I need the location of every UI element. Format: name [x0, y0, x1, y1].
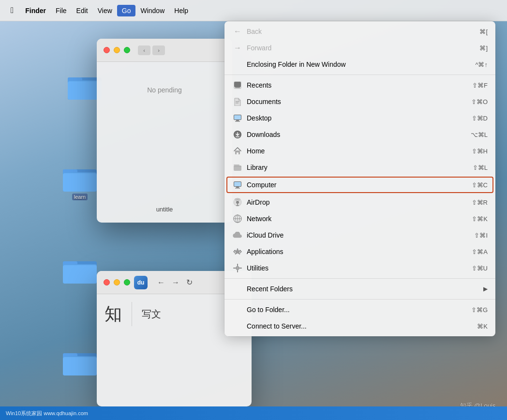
desktop-shortcut: ⇧⌘D — [472, 115, 488, 122]
folder-icon-4 — [63, 348, 97, 375]
menu-item-desktop[interactable]: Desktop ⇧⌘D — [224, 110, 495, 126]
recents-label: Recents — [247, 81, 472, 89]
browser-forward[interactable]: → — [170, 277, 181, 288]
network-shortcut: ⇧⌘K — [472, 215, 488, 223]
menu-item-network[interactable]: Network ⇧⌘K — [224, 210, 495, 227]
documents-icon — [232, 96, 243, 107]
computer-shortcut: ⇧⌘C — [472, 181, 488, 189]
menu-item-computer[interactable]: Computer ⇧⌘C — [226, 177, 493, 193]
window-content-1: No pending — [97, 62, 232, 104]
folder-icon-2 — [63, 165, 97, 192]
maximize-button-1[interactable] — [124, 47, 130, 53]
connect-server-label: Connect to Server... — [247, 322, 477, 330]
menu-item-icloud[interactable]: iCloud Drive ⇧⌘I — [224, 227, 495, 243]
desktop-icon-4[interactable] — [63, 348, 97, 375]
library-icon — [232, 162, 243, 173]
svg-rect-33 — [234, 182, 241, 186]
menu-item-home[interactable]: Home ⇧⌘H — [224, 143, 495, 159]
recent-folders-arrow: ▶ — [483, 285, 488, 292]
forward-label: Forward — [247, 44, 479, 52]
icloud-icon — [232, 230, 243, 240]
documents-label: Documents — [247, 98, 471, 105]
desktop-icon-3[interactable] — [63, 256, 97, 284]
menu-item-recents[interactable]: Recents ⇧⌘F — [224, 77, 495, 93]
svg-rect-20 — [236, 103, 239, 104]
desktop-label: Desktop — [247, 114, 472, 122]
enclosing-label: Enclosing Folder in New Window — [247, 60, 475, 68]
menubar-view[interactable]: View — [93, 5, 117, 16]
back-button-1[interactable]: ‹ — [138, 45, 150, 55]
menubar-edit[interactable]: Edit — [72, 5, 93, 16]
enclosing-icon — [232, 59, 243, 70]
airdrop-label: AirDrop — [247, 198, 472, 206]
menu-item-library[interactable]: Library ⇧⌘L — [224, 159, 495, 176]
menu-item-documents[interactable]: Documents ⇧⌘O — [224, 93, 495, 110]
utilities-icon — [232, 263, 243, 273]
close-button-2[interactable] — [104, 279, 110, 285]
menubar-finder[interactable]: Finder — [20, 5, 51, 16]
write-label: 写文 — [142, 308, 161, 321]
computer-icon — [232, 180, 243, 190]
maximize-button-2[interactable] — [124, 279, 130, 285]
browser-nav: ← → ↻ — [155, 277, 194, 288]
go-menu: ← Back ⌘[ → Forward ⌘] Enclosing Folder … — [224, 21, 495, 336]
enclosing-shortcut: ^⌘↑ — [475, 61, 488, 68]
applications-label: Applications — [247, 248, 472, 255]
browser-back[interactable]: ← — [155, 277, 167, 288]
menubar:  Finder File Edit View Go Window Help — [0, 0, 507, 21]
menu-item-goto-folder[interactable]: Go to Folder... ⇧⌘G — [224, 301, 495, 318]
computer-label: Computer — [247, 181, 472, 189]
svg-rect-15 — [63, 357, 97, 375]
svg-rect-18 — [235, 87, 240, 88]
menu-item-connect-server[interactable]: Connect to Server... ⌘K — [224, 318, 495, 334]
menu-item-applications[interactable]: Applications ⇧⌘A — [224, 243, 495, 260]
close-button-1[interactable] — [104, 47, 110, 53]
library-label: Library — [247, 164, 473, 171]
svg-rect-24 — [235, 121, 240, 122]
desktop-icon-label-learn: learn — [72, 194, 88, 200]
svg-rect-29 — [237, 152, 239, 154]
svg-rect-31 — [234, 165, 239, 165]
menubar-window[interactable]: Window — [135, 5, 169, 16]
svg-rect-11 — [63, 265, 97, 284]
recent-folders-icon — [232, 284, 243, 294]
menubar-go[interactable]: Go — [117, 5, 136, 16]
svg-point-44 — [236, 267, 239, 270]
menu-item-utilities[interactable]: Utilities ⇧⌘U — [224, 260, 495, 276]
svg-rect-17 — [234, 82, 241, 87]
menu-item-airdrop[interactable]: AirDrop ⇧⌘R — [224, 194, 495, 210]
browser-refresh[interactable]: ↻ — [184, 277, 194, 288]
menu-item-enclosing[interactable]: Enclosing Folder in New Window ^⌘↑ — [224, 56, 495, 73]
win10-text: Win10系统家园 www.qdhuajin.com — [6, 410, 88, 417]
finder-window-1: ‹ › No pending untitle — [97, 39, 232, 223]
minimize-button-1[interactable] — [114, 47, 120, 53]
separator-3 — [224, 299, 495, 300]
svg-rect-30 — [234, 165, 241, 171]
forward-button-1[interactable]: › — [152, 45, 165, 55]
apple-menu[interactable]:  — [6, 4, 18, 17]
svg-rect-22 — [234, 115, 241, 120]
back-icon: ← — [232, 26, 243, 37]
home-icon — [232, 146, 243, 156]
menu-item-recent-folders[interactable]: Recent Folders ▶ — [224, 281, 495, 297]
no-pending-text: No pending — [106, 86, 223, 94]
airdrop-shortcut: ⇧⌘R — [472, 199, 488, 206]
goto-folder-icon — [232, 304, 243, 315]
downloads-label: Downloads — [247, 131, 471, 138]
back-shortcut: ⌘[ — [479, 28, 488, 35]
menu-item-downloads[interactable]: Downloads ⌥⌘L — [224, 126, 495, 143]
desktop-icon-2[interactable]: learn — [63, 165, 97, 200]
separator-2 — [224, 278, 495, 279]
icloud-shortcut: ⇧⌘I — [474, 232, 488, 239]
library-shortcut: ⇧⌘L — [473, 164, 488, 171]
win10-bar: Win10系统家园 www.qdhuajin.com — [0, 406, 507, 420]
goto-folder-shortcut: ⇧⌘G — [471, 306, 488, 314]
menu-item-back[interactable]: ← Back ⌘[ — [224, 23, 495, 40]
separator-1 — [224, 75, 495, 75]
menubar-help[interactable]: Help — [169, 5, 193, 16]
minimize-button-2[interactable] — [114, 279, 120, 285]
connect-server-shortcut: ⌘K — [477, 323, 488, 330]
menu-item-forward[interactable]: → Forward ⌘] — [224, 40, 495, 56]
menubar-file[interactable]: File — [51, 5, 72, 16]
svg-rect-35 — [235, 188, 240, 189]
